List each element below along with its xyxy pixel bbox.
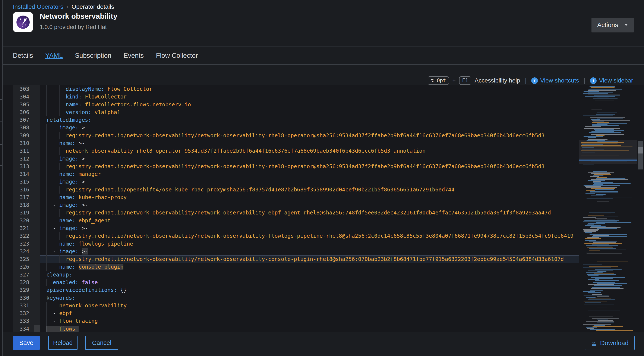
code-line[interactable]: 320 name: ebpf_agent — [3, 217, 644, 224]
save-button[interactable]: Save — [13, 336, 40, 350]
code-line[interactable]: 308 - image: >- — [3, 124, 644, 132]
code-line[interactable]: 311 network-observability-rhel8-operator… — [3, 147, 644, 155]
code-line[interactable]: 313 registry.redhat.io/network-observabi… — [3, 163, 644, 170]
minimap-line — [586, 187, 617, 188]
minimap-line — [583, 217, 596, 218]
view-sidebar-link[interactable]: i View sidebar — [590, 77, 633, 84]
minimap-line — [587, 224, 594, 225]
code-line[interactable]: 314 name: manager — [3, 170, 644, 178]
minimap-line — [595, 218, 607, 219]
code-line[interactable]: 319 registry.redhat.io/network-observabi… — [3, 209, 644, 217]
minimap-line — [592, 287, 620, 288]
minimap-line — [588, 173, 614, 173]
line-number: 328 — [13, 279, 29, 286]
code-line[interactable]: 323 name: flowlogs_pipeline — [3, 240, 644, 248]
tab-details[interactable]: Details — [13, 46, 33, 59]
edge-tick — [0, 122, 2, 122]
minimap-line — [592, 105, 612, 105]
line-number: 314 — [13, 170, 29, 178]
code-line[interactable]: 327 cleanup: — [3, 271, 644, 279]
code-line[interactable]: 322 registry.redhat.io/network-observabi… — [3, 232, 644, 240]
code-text: registry.redhat.io/network-observability… — [40, 132, 544, 139]
minimap-line — [585, 264, 604, 264]
code-line[interactable]: 307 relatedImages: — [3, 116, 644, 124]
code-line[interactable]: 306 version: v1alpha1 — [3, 109, 644, 116]
code-line[interactable]: 328 enabled: false — [3, 279, 644, 286]
minimap-line — [593, 176, 604, 176]
tab-yaml[interactable]: YAML — [45, 46, 63, 59]
code-line[interactable]: 321 - image: >- — [3, 224, 644, 232]
code-line[interactable]: 333 - flow tracing — [3, 317, 644, 325]
line-number: 324 — [13, 248, 29, 255]
code-line[interactable]: 318 - image: >- — [3, 201, 644, 209]
minimap-line — [589, 300, 606, 301]
minimap-line — [593, 235, 609, 236]
scrollbar-handle[interactable] — [638, 147, 643, 154]
code-line[interactable]: 329 apiservicedefinitions: {} — [3, 286, 644, 294]
tab-subscription[interactable]: Subscription — [75, 46, 112, 59]
minimap-line — [588, 284, 614, 285]
code-line[interactable]: 334 - flows — [3, 325, 644, 332]
minimap-line — [590, 227, 620, 228]
minimap-line — [583, 268, 611, 268]
line-number: 315 — [13, 178, 29, 186]
reload-button[interactable]: Reload — [48, 336, 78, 350]
download-button[interactable]: Download — [585, 336, 634, 350]
minimap-line — [595, 259, 606, 259]
view-shortcuts-label: View shortcuts — [540, 77, 579, 84]
minimap-line — [582, 157, 604, 157]
tab-events[interactable]: Events — [124, 46, 144, 59]
minimap-line — [594, 183, 630, 184]
minimap-line — [588, 292, 601, 293]
minimap-line — [595, 100, 614, 100]
code-line[interactable]: 316 registry.redhat.io/openshift4/ose-ku… — [3, 186, 644, 193]
scrollbar-slider[interactable] — [638, 141, 643, 170]
code-text: name: kube-rbac-proxy — [40, 193, 126, 201]
minimap-line — [581, 159, 626, 159]
line-number: 321 — [13, 224, 29, 232]
code-line[interactable]: 305 name: flowcollectors.flows.netobserv… — [3, 101, 644, 109]
minimap-line — [595, 189, 614, 190]
code-line[interactable]: 312 - image: >- — [3, 155, 644, 163]
minimap-line — [582, 148, 594, 149]
code-line[interactable]: 330 keywords: — [3, 294, 644, 302]
minimap-line — [590, 329, 615, 330]
view-shortcuts-link[interactable]: ? View shortcuts — [531, 77, 579, 84]
code-line[interactable]: 324 - image: >- — [3, 248, 644, 255]
code-line[interactable]: 304 kind: FlowCollector — [3, 93, 644, 101]
minimap-line — [585, 238, 600, 239]
editor-scrollbar[interactable] — [638, 85, 644, 332]
code-line[interactable]: 325 registry.redhat.io/network-observabi… — [3, 255, 644, 263]
yaml-editor[interactable]: 303 displayName: Flow Collector304 kind:… — [3, 85, 644, 332]
code-line[interactable]: 317 name: kube-rbac-proxy — [3, 193, 644, 201]
code-line[interactable]: 310 name: >- — [3, 139, 644, 147]
minimap-line — [589, 212, 615, 213]
minimap-line — [596, 194, 606, 195]
tabbar-divider — [2, 64, 644, 65]
minimap-line — [590, 86, 616, 87]
tab-flow-collector[interactable]: Flow Collector — [156, 46, 198, 59]
code-text: cleanup: — [40, 271, 72, 279]
minimap-line — [586, 253, 622, 253]
minimap-line — [581, 145, 621, 146]
actions-dropdown-button[interactable]: Actions — [592, 18, 634, 32]
minimap[interactable] — [579, 85, 638, 332]
line-number: 303 — [13, 85, 29, 93]
code-text: enabled: false — [40, 279, 98, 286]
code-line[interactable]: 303 displayName: Flow Collector — [3, 85, 644, 93]
minimap-line — [584, 136, 602, 137]
code-area[interactable]: 303 displayName: Flow Collector304 kind:… — [3, 85, 644, 332]
code-line[interactable]: 309 registry.redhat.io/network-observabi… — [3, 132, 644, 139]
breadcrumb-link-installed-operators[interactable]: Installed Operators — [13, 3, 64, 10]
code-line[interactable]: 331 - network observability — [3, 302, 644, 310]
code-line[interactable]: 315 - image: >- — [3, 178, 644, 186]
minimap-line — [590, 303, 628, 304]
cancel-button[interactable]: Cancel — [85, 336, 118, 350]
code-line[interactable]: 332 - ebpf — [3, 310, 644, 317]
toolbar-separator: | — [524, 77, 528, 84]
code-line[interactable]: 326 name: console_plugin — [3, 263, 644, 271]
editor-bottom-border — [2, 332, 644, 332]
line-number: 331 — [13, 302, 29, 310]
minimap-line — [591, 134, 624, 135]
minimap-line — [590, 179, 628, 180]
